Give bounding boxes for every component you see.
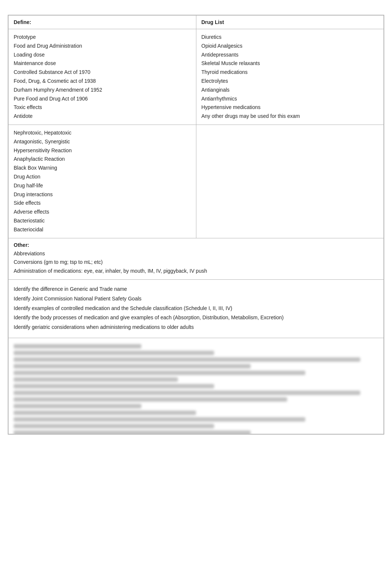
list-item: Hypersensitivity Reaction xyxy=(14,146,191,155)
list-item: Side effects xyxy=(14,199,191,208)
list-item: Controlled Substance Act of 1970 xyxy=(14,68,191,77)
blurred-line xyxy=(14,397,287,402)
list-item: Durham Humphry Amendment of 1952 xyxy=(14,86,191,95)
main-container: Define: Drug List Prototype Food and Dru… xyxy=(8,15,384,435)
list-item: Food and Drug Administration xyxy=(14,42,191,51)
list-item: Antidepressants xyxy=(202,51,379,59)
blurred-line xyxy=(14,377,178,382)
blurred-line xyxy=(14,411,196,415)
list-item: Thyroid medications xyxy=(202,68,379,77)
list-item: Pure Food and Drug Act of 1906 xyxy=(14,95,191,103)
blurred-line xyxy=(14,391,360,395)
list-item: Opioid Analgesics xyxy=(202,42,379,51)
list-item: Abbreviations xyxy=(14,249,378,258)
goal-item: Identify examples of controlled medicati… xyxy=(14,304,378,313)
blurred-line xyxy=(14,424,214,428)
list-item: Bacteriostatic xyxy=(14,217,191,225)
other-section: Other: Abbreviations Conversions (gm to … xyxy=(8,238,384,280)
blurred-line xyxy=(14,344,141,348)
list-item: Black Box Warning xyxy=(14,164,191,173)
blurred-line xyxy=(14,384,214,388)
define-header-cell: Define: xyxy=(8,16,196,29)
goal-item: Identify Joint Commission National Patie… xyxy=(14,295,378,303)
list-item: Maintenance dose xyxy=(14,59,191,68)
blurred-line xyxy=(14,371,305,375)
define-group2-cell: Nephrotoxic, Hepatotoxic Antagonistic, S… xyxy=(8,125,196,238)
list-item: Bacteriocidal xyxy=(14,225,191,234)
goal-item: Identify the difference in Generic and T… xyxy=(14,285,378,294)
list-item: Loading dose xyxy=(14,51,191,59)
list-item: Drug half-life xyxy=(14,181,191,190)
list-item: Administration of medications: eye, ear,… xyxy=(14,267,378,276)
list-item: Nephrotoxic, Hepatotoxic xyxy=(14,129,191,137)
list-item: Anaphylactic Reaction xyxy=(14,155,191,164)
druglist-items-cell: Diuretics Opioid Analgesics Antidepressa… xyxy=(196,29,384,125)
list-item: Electrolytes xyxy=(202,77,379,86)
define-druglist-table: Define: Drug List Prototype Food and Dru… xyxy=(8,15,384,238)
goal-item: Identify geriatric considerations when a… xyxy=(14,323,378,332)
druglist-header-cell: Drug List xyxy=(196,16,384,29)
list-item: Food, Drug, & Cosmetic act of 1938 xyxy=(14,77,191,86)
blurred-line xyxy=(14,417,305,422)
empty-right-cell xyxy=(196,125,384,238)
blurred-line xyxy=(14,351,214,355)
list-item: Drug Action xyxy=(14,173,191,181)
druglist-header: Drug List xyxy=(202,19,224,25)
list-item: Conversions (gm to mg; tsp to mL; etc) xyxy=(14,258,378,267)
define-group1-cell: Prototype Food and Drug Administration L… xyxy=(8,29,196,125)
blurred-line xyxy=(14,404,141,408)
blurred-line xyxy=(14,357,360,362)
define-group1-list: Prototype Food and Drug Administration L… xyxy=(14,33,191,121)
goals-section: Identify the difference in Generic and T… xyxy=(8,280,384,338)
blurred-section xyxy=(8,338,384,434)
other-header: Other: xyxy=(14,242,378,248)
blurred-content xyxy=(14,344,378,434)
list-item: Hypertensive medications xyxy=(202,103,379,112)
blurred-line xyxy=(14,431,251,434)
list-item: Antiarrhythmics xyxy=(202,95,379,103)
list-item: Any other drugs may be used for this exa… xyxy=(202,112,379,121)
list-item: Toxic effects xyxy=(14,103,191,112)
list-item: Prototype xyxy=(14,33,191,42)
define-header: Define: xyxy=(14,19,31,25)
list-item: Antidote xyxy=(14,112,191,121)
list-item: Antianginals xyxy=(202,86,379,95)
list-item: Adverse effects xyxy=(14,208,191,217)
list-item: Skeletal Muscle relaxants xyxy=(202,59,379,68)
druglist-items-list: Diuretics Opioid Analgesics Antidepressa… xyxy=(202,33,379,121)
list-item: Diuretics xyxy=(202,33,379,42)
list-item: Drug interactions xyxy=(14,190,191,199)
goal-item: Identify the body processes of medicatio… xyxy=(14,313,378,322)
define-group2-list: Nephrotoxic, Hepatotoxic Antagonistic, S… xyxy=(14,129,191,234)
list-item: Antagonistic, Synergistic xyxy=(14,137,191,146)
other-list: Abbreviations Conversions (gm to mg; tsp… xyxy=(14,249,378,276)
blurred-line xyxy=(14,364,251,368)
